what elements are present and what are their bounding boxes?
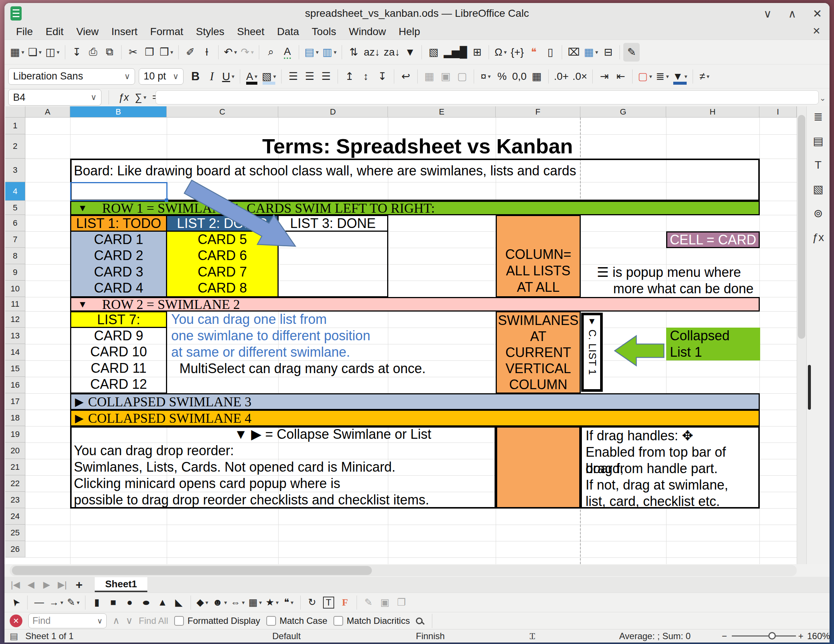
paste-button[interactable]: ❒▾ xyxy=(158,43,175,61)
row-header-18[interactable]: 18 xyxy=(5,410,25,426)
cell-list2-header[interactable]: LIST 2: DOING xyxy=(166,215,279,232)
callouts-button[interactable]: ❝▾ xyxy=(281,594,297,611)
row-header-15[interactable]: 15 xyxy=(5,361,25,377)
column-header-E[interactable]: E xyxy=(388,106,496,118)
vertical-scrollbar-thumb[interactable] xyxy=(798,115,805,339)
cell-popup-note-1[interactable]: ☰ is popup menu where xyxy=(585,264,760,281)
minimize-button[interactable]: ∨ xyxy=(763,7,772,20)
column-header-I[interactable]: I xyxy=(760,106,797,118)
zoom-slider-thumb[interactable] xyxy=(768,632,776,639)
sheet-info[interactable]: Sheet 1 of 1 xyxy=(25,629,73,642)
align-top-button[interactable]: ↥ xyxy=(341,67,358,86)
cell-collapse-note[interactable]: ▼ ▶ = Collapse Swimlane or List xyxy=(167,426,499,443)
row-header-10[interactable]: 10 xyxy=(5,281,25,297)
row-header-7[interactable]: 7 xyxy=(5,231,25,248)
row-header-8[interactable]: 8 xyxy=(5,248,25,264)
cell-list3-header[interactable]: LIST 3: DONE xyxy=(278,215,388,232)
autofilter-button[interactable]: ▼ xyxy=(402,43,418,61)
wrap-text-button[interactable]: ↩ xyxy=(398,67,414,86)
highlighting-color-button[interactable]: ▧▾ xyxy=(260,67,278,86)
rectangle-button[interactable]: ▮ xyxy=(89,594,105,611)
font-name-combobox[interactable]: Liberation Sans∨ xyxy=(8,68,135,85)
column-header-D[interactable]: D xyxy=(278,106,388,118)
column-header-H[interactable]: H xyxy=(666,106,760,118)
menu-edit[interactable]: Edit xyxy=(39,26,70,38)
column-header-C[interactable]: C xyxy=(167,106,278,118)
row-header-2[interactable]: 2 xyxy=(5,134,25,159)
navigator-icon[interactable]: ⊚ xyxy=(813,207,823,220)
column-note-cell[interactable]: COLUMN=ALL LISTSAT ALL xyxy=(496,215,581,298)
menu-file[interactable]: File xyxy=(10,26,39,38)
column-header-G[interactable]: G xyxy=(580,106,666,118)
functions-icon[interactable]: ƒx xyxy=(812,231,824,244)
line-ends-arrow-button[interactable]: →▾ xyxy=(47,594,65,611)
symbol-shapes-button[interactable]: ☻▾ xyxy=(211,594,229,611)
collapse-right-icon[interactable]: ▶ xyxy=(75,395,84,408)
find-next-icon[interactable]: ∨ xyxy=(126,615,133,626)
swimlane3-band[interactable]: ▶ COLLAPSED SWIMLANE 3 xyxy=(70,393,760,410)
cell-list1-header[interactable]: LIST 1: TODO xyxy=(70,215,167,232)
close-document-icon[interactable]: ✕ xyxy=(812,25,821,37)
menu-help[interactable]: Help xyxy=(393,26,427,38)
selected-cell-B4[interactable] xyxy=(70,182,168,201)
sort-ascending-button[interactable]: az↓ xyxy=(362,43,382,61)
language[interactable]: Finnish xyxy=(416,629,444,642)
row-header-9[interactable]: 9 xyxy=(5,264,25,281)
print-button[interactable]: ⎙ xyxy=(85,43,102,61)
center-vertically-button[interactable]: ↕ xyxy=(358,67,374,86)
increase-indent-button[interactable]: ⇥ xyxy=(596,67,613,86)
stars-banners-button[interactable]: ★▾ xyxy=(264,594,281,611)
delete-decimal-button[interactable]: .0× xyxy=(571,67,589,86)
column-header-A[interactable]: A xyxy=(25,106,70,118)
row-header-5[interactable]: 5 xyxy=(5,201,25,215)
collapsed-list-callout[interactable]: CollapsedList 1 xyxy=(666,328,760,361)
row-header-26[interactable]: 26 xyxy=(5,541,25,557)
isosceles-triangle-button[interactable]: ▲ xyxy=(154,594,171,611)
export-pdf-button[interactable]: ↧ xyxy=(69,43,85,61)
square-button[interactable]: ■ xyxy=(105,594,121,611)
clone-formatting-button[interactable]: ✐ xyxy=(182,43,199,61)
insert-image-button[interactable]: ▧ xyxy=(425,43,441,61)
menu-format[interactable]: Format xyxy=(144,26,190,38)
block-arrows-button[interactable]: ⇔▾ xyxy=(229,594,247,611)
row-header-21[interactable]: 21 xyxy=(5,459,25,475)
zoom-out-icon[interactable]: − xyxy=(722,629,727,642)
row-header-16[interactable]: 16 xyxy=(5,377,25,393)
collapse-right-icon[interactable]: ▶ xyxy=(75,411,84,425)
zoom-level[interactable]: 160% xyxy=(807,629,828,642)
expand-formula-bar-icon[interactable]: ⌄ xyxy=(819,94,826,103)
list7-cards-block[interactable]: CARD 9CARD 10CARD 11CARD 12 xyxy=(70,328,167,394)
drag-handles-box[interactable]: If drag handles: ✥Enabled from top bar o… xyxy=(580,426,760,508)
sidebar-scrollbar-thumb[interactable] xyxy=(808,365,811,410)
tab-sheet1[interactable]: Sheet1 xyxy=(95,577,147,592)
zoom-in-icon[interactable]: + xyxy=(798,629,803,642)
headers-footers-button[interactable]: ▯ xyxy=(542,43,558,61)
todo-cards-block[interactable]: CARD 1CARD 2CARD 3CARD 4 xyxy=(70,231,167,298)
cell-list7-header[interactable]: LIST 7: xyxy=(70,311,167,328)
horizontal-scrollbar-thumb[interactable] xyxy=(12,566,372,575)
row-header-12[interactable]: 12 xyxy=(5,311,25,328)
add-sheet-button[interactable]: + xyxy=(72,578,87,592)
row-header-17[interactable]: 17 xyxy=(5,393,25,410)
format-date-button[interactable]: ▦ xyxy=(529,67,545,86)
right-triangle-button[interactable]: ◣ xyxy=(171,594,187,611)
collapse-down-icon[interactable]: ▼ xyxy=(78,202,87,214)
cell-multiselect-note[interactable]: MultiSelect can drag many cards at once. xyxy=(171,361,462,377)
select-all-corner[interactable] xyxy=(5,106,25,118)
close-button[interactable]: ✕ xyxy=(813,7,822,20)
sort-descending-button[interactable]: za↓ xyxy=(382,43,402,61)
close-find-bar-icon[interactable]: ✕ xyxy=(10,615,23,627)
function-wizard-icon[interactable]: ƒx xyxy=(118,92,129,104)
menu-data[interactable]: Data xyxy=(271,26,305,38)
special-character-button[interactable]: Ω▾ xyxy=(492,43,509,61)
row-header-14[interactable]: 14 xyxy=(5,344,25,361)
formatted-display-checkbox[interactable] xyxy=(174,616,184,626)
collapsed-list-box[interactable]: ▼ C. LIST 1 xyxy=(581,313,603,392)
spreadsheet-area[interactable]: ABCDEFGHI 123456789101112131415161718192… xyxy=(5,106,829,564)
find-replace-button[interactable]: ⌕ xyxy=(263,43,279,61)
swimlane4-band[interactable]: ▶ COLLAPSED SWIMLANE 4 xyxy=(70,410,760,427)
bold-button[interactable]: B xyxy=(187,67,204,86)
formula-input[interactable] xyxy=(155,90,819,105)
cell-doc-title[interactable]: Terms: Spreadsheet vs Kanban xyxy=(167,134,668,159)
add-decimal-button[interactable]: .0+ xyxy=(552,67,571,86)
